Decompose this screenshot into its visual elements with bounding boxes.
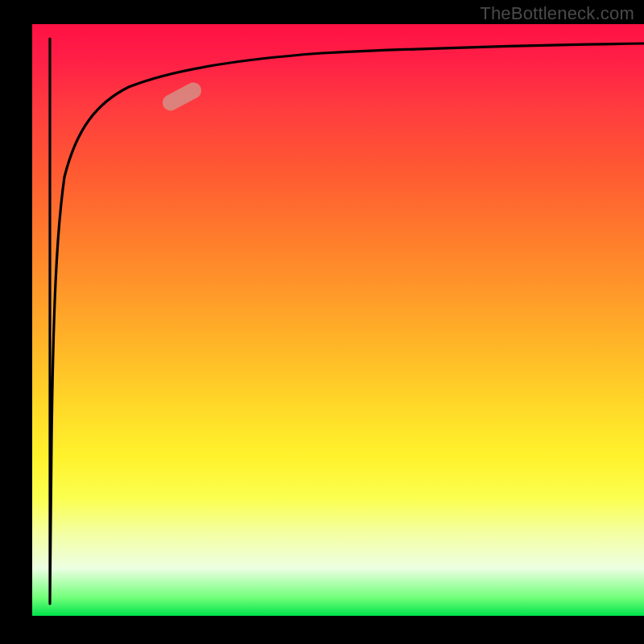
watermark-text: TheBottleneck.com [480,3,634,24]
chart-frame [32,24,644,616]
chart-curve-svg [32,24,644,616]
curve-path [50,39,644,604]
